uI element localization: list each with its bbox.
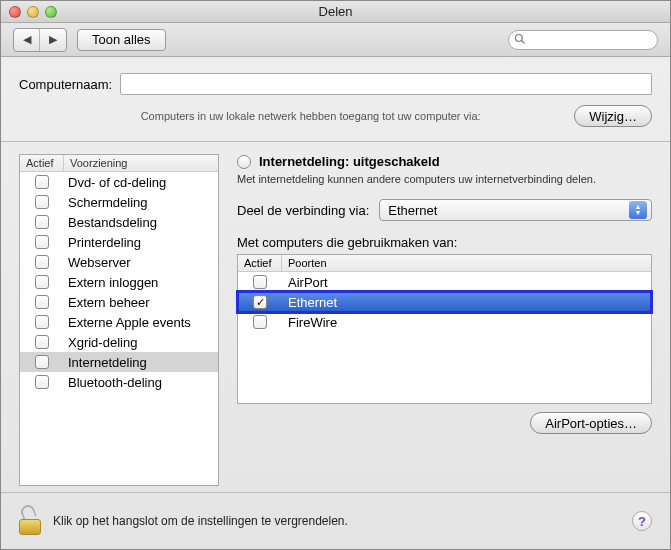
service-label: Schermdeling	[64, 195, 218, 210]
toolbar: ◀ ▶ Toon alles	[1, 23, 670, 57]
service-label: Extern inloggen	[64, 275, 218, 290]
svg-line-1	[522, 40, 525, 43]
service-checkbox[interactable]	[35, 275, 49, 289]
computer-name-input[interactable]	[120, 73, 652, 95]
service-checkbox[interactable]	[35, 355, 49, 369]
svg-point-0	[516, 34, 523, 41]
lock-row: Klik op het hangslot om de instellingen …	[1, 492, 670, 549]
sharing-prefs-window: Delen ◀ ▶ Toon alles Computernaam: Compu…	[0, 0, 671, 550]
port-row[interactable]: ✓Ethernet	[238, 292, 651, 312]
service-row[interactable]: Printerdeling	[20, 232, 218, 252]
port-row[interactable]: FireWire	[238, 312, 651, 332]
port-checkbox[interactable]	[253, 315, 267, 329]
service-checkbox[interactable]	[35, 335, 49, 349]
zoom-icon[interactable]	[45, 6, 57, 18]
computer-name-label: Computernaam:	[19, 77, 112, 92]
service-checkbox[interactable]	[35, 215, 49, 229]
service-row[interactable]: Extern beheer	[20, 292, 218, 312]
service-row[interactable]: Dvd- of cd-deling	[20, 172, 218, 192]
airport-options-button[interactable]: AirPort-opties…	[530, 412, 652, 434]
close-icon[interactable]	[9, 6, 21, 18]
main-panel: Actief Voorziening Dvd- of cd-delingSche…	[1, 142, 670, 492]
back-button[interactable]: ◀	[14, 29, 40, 51]
service-checkbox[interactable]	[35, 175, 49, 189]
service-checkbox[interactable]	[35, 255, 49, 269]
service-checkbox[interactable]	[35, 295, 49, 309]
service-row[interactable]: Webserver	[20, 252, 218, 272]
service-label: Bluetooth-deling	[64, 375, 218, 390]
service-checkbox[interactable]	[35, 375, 49, 389]
ports-table: Actief Poorten AirPort✓EthernetFireWire	[237, 254, 652, 404]
content: Computernaam: Computers in uw lokale net…	[1, 57, 670, 549]
computer-name-hint: Computers in uw lokale netwerk hebben to…	[19, 110, 562, 122]
port-checkbox[interactable]: ✓	[253, 295, 267, 309]
service-label: Externe Apple events	[64, 315, 218, 330]
service-label: Xgrid-deling	[64, 335, 218, 350]
nav-segmented: ◀ ▶	[13, 28, 67, 52]
search-field-wrap	[508, 30, 658, 50]
help-button[interactable]: ?	[632, 511, 652, 531]
port-checkbox[interactable]	[253, 275, 267, 289]
lock-text: Klik op het hangslot om de instellingen …	[53, 514, 348, 528]
service-label: Printerdeling	[64, 235, 218, 250]
service-label: Extern beheer	[64, 295, 218, 310]
share-connection-label: Deel de verbinding via:	[237, 203, 369, 218]
service-row[interactable]: Externe Apple events	[20, 312, 218, 332]
service-row[interactable]: Xgrid-deling	[20, 332, 218, 352]
service-label: Webserver	[64, 255, 218, 270]
service-checkbox[interactable]	[35, 315, 49, 329]
services-header: Actief Voorziening	[20, 155, 218, 172]
service-checkbox[interactable]	[35, 195, 49, 209]
service-row[interactable]: Bestandsdeling	[20, 212, 218, 232]
service-row[interactable]: Internetdeling	[20, 352, 218, 372]
ports-header-active: Actief	[238, 255, 282, 271]
service-label: Internetdeling	[64, 355, 218, 370]
search-icon	[514, 33, 526, 45]
share-connection-value: Ethernet	[388, 203, 629, 218]
computer-name-panel: Computernaam: Computers in uw lokale net…	[1, 57, 670, 137]
share-connection-popup[interactable]: Ethernet ▲▼	[379, 199, 652, 221]
status-title: Internetdeling: uitgeschakeld	[259, 154, 440, 169]
window-title: Delen	[1, 4, 670, 19]
port-label: FireWire	[282, 315, 651, 330]
ports-label: Met computers die gebruikmaken van:	[237, 235, 652, 250]
port-row[interactable]: AirPort	[238, 272, 651, 292]
ports-header-ports: Poorten	[282, 255, 651, 271]
ports-header: Actief Poorten	[238, 255, 651, 272]
port-label: Ethernet	[282, 295, 651, 310]
services-table: Actief Voorziening Dvd- of cd-delingSche…	[19, 154, 219, 486]
service-checkbox[interactable]	[35, 235, 49, 249]
port-label: AirPort	[282, 275, 651, 290]
minimize-icon[interactable]	[27, 6, 39, 18]
status-indicator-icon	[237, 155, 251, 169]
service-row[interactable]: Extern inloggen	[20, 272, 218, 292]
edit-button[interactable]: Wijzig…	[574, 105, 652, 127]
detail-panel: Internetdeling: uitgeschakeld Met intern…	[237, 154, 652, 486]
popup-arrows-icon: ▲▼	[629, 201, 647, 219]
titlebar: Delen	[1, 1, 670, 23]
lock-icon[interactable]	[19, 507, 43, 535]
service-label: Bestandsdeling	[64, 215, 218, 230]
services-header-active: Actief	[20, 155, 64, 171]
show-all-button[interactable]: Toon alles	[77, 29, 166, 51]
service-row[interactable]: Bluetooth-deling	[20, 372, 218, 392]
window-controls	[1, 6, 57, 18]
status-description: Met internetdeling kunnen andere compute…	[237, 173, 652, 185]
service-label: Dvd- of cd-deling	[64, 175, 218, 190]
search-input[interactable]	[508, 30, 658, 50]
services-header-service: Voorziening	[64, 155, 218, 171]
service-row[interactable]: Schermdeling	[20, 192, 218, 212]
forward-button[interactable]: ▶	[40, 29, 66, 51]
